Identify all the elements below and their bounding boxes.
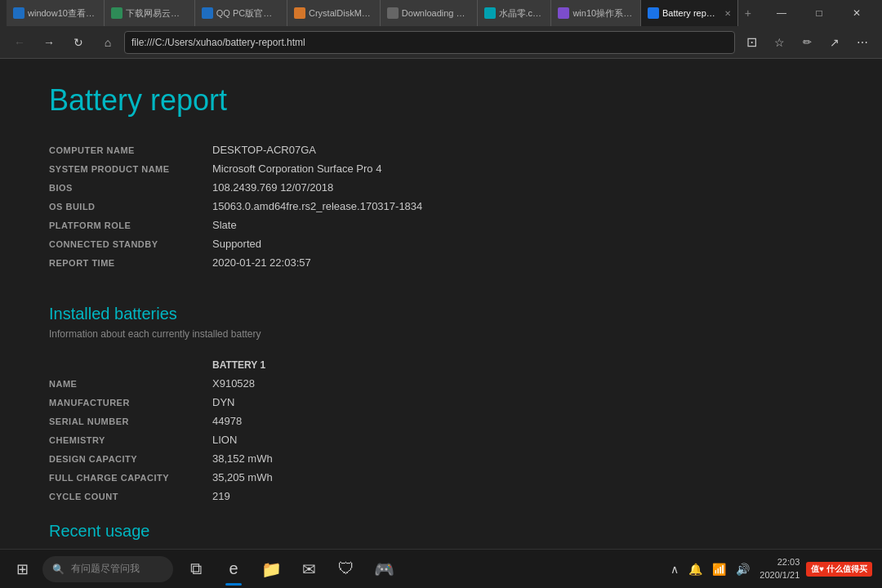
forward-button[interactable]: → (36, 29, 62, 56)
taskbar-item-task-view[interactable]: ⧉ (178, 551, 214, 587)
taskbar-item-edge[interactable]: e (216, 551, 252, 587)
taskbar-clock[interactable]: 22:03 2020/1/21 (760, 556, 800, 581)
tab-tab-8[interactable]: Battery repo...✕ (641, 0, 738, 26)
tab-tab-7[interactable]: win10操作系统: (551, 0, 641, 26)
info-label: SYSTEM PRODUCT NAME (49, 164, 212, 174)
tab-label: win10操作系统: (572, 7, 634, 20)
clock-date: 2020/1/21 (760, 569, 800, 581)
tray-volume[interactable]: 🔊 (733, 561, 753, 577)
address-bar[interactable]: file:///C:/Users/xuhao/battery-report.ht… (124, 31, 735, 54)
battery-row-label: MANUFACTURER (49, 398, 212, 408)
system-tray: ∧ 🔔 📶 🔊 (667, 561, 753, 577)
battery-row-value: 44978 (212, 415, 242, 427)
maximize-button[interactable]: □ (800, 0, 838, 26)
taskbar-item-app6[interactable]: 🎮 (366, 551, 402, 587)
info-label: BIOS (49, 183, 212, 193)
tab-label: Downloading Fi... (402, 8, 470, 18)
notes-button[interactable]: ✏ (794, 29, 820, 56)
title-bar: window10查看手...下载网易云音乐QQ PC版官方网CrystalDis… (0, 0, 882, 26)
tab-favicon (648, 7, 659, 19)
battery-row-label: NAME (49, 379, 212, 389)
tray-network[interactable]: 📶 (709, 561, 729, 577)
tab-favicon (387, 7, 399, 19)
info-row: BIOS108.2439.769 12/07/2018 (49, 178, 833, 197)
info-row: REPORT TIME2020-01-21 22:03:57 (49, 253, 833, 272)
battery-row-value: LION (212, 434, 237, 446)
tab-favicon (558, 7, 569, 19)
tab-favicon (111, 7, 122, 19)
minimize-button[interactable]: — (763, 0, 800, 26)
system-info-table: COMPUTER NAMEDESKTOP-ACR07GASYSTEM PRODU… (49, 140, 833, 272)
nav-actions: ⊡ ☆ ✏ ↗ ⋯ (738, 29, 875, 56)
new-tab-button[interactable]: + (738, 0, 758, 26)
battery-row-label: CYCLE COUNT (49, 492, 212, 501)
taskbar-items: ⧉e📁✉🛡🎮 (178, 551, 402, 587)
info-value: DESKTOP-ACR07GA (212, 144, 316, 156)
info-row: CONNECTED STANDBYSupported (49, 234, 833, 253)
window-controls: — □ ✕ (763, 0, 875, 26)
battery-row-label: SERIAL NUMBER (49, 416, 212, 426)
nav-bar: ← → ↻ ⌂ file:///C:/Users/xuhao/battery-r… (0, 26, 882, 59)
battery-row: SERIAL NUMBER44978 (49, 412, 833, 430)
active-indicator (225, 583, 242, 586)
tab-tab-4[interactable]: CrystalDiskMark (287, 0, 381, 26)
battery-table: BATTERY 1NAMEX910528MANUFACTURERDYNSERIA… (49, 356, 833, 506)
clock-time: 22:03 (760, 556, 800, 568)
share-button[interactable]: ↗ (822, 29, 848, 56)
info-row: PLATFORM ROLESlate (49, 216, 833, 234)
battery-row-value: 219 (212, 490, 230, 502)
taskbar-brand[interactable]: 值♥ 什么值得买 (806, 562, 872, 577)
battery-row-label: FULL CHARGE CAPACITY (49, 473, 212, 483)
tab-tab-5[interactable]: Downloading Fi... (381, 0, 478, 26)
info-value: 108.2439.769 12/07/2018 (212, 181, 333, 194)
home-button[interactable]: ⌂ (95, 29, 121, 56)
tab-favicon (294, 7, 305, 19)
battery-row-label: CHEMISTRY (49, 435, 212, 445)
content-area: Battery report COMPUTER NAMEDESKTOP-ACR0… (0, 59, 882, 549)
tab-tab-1[interactable]: window10查看手... (7, 0, 105, 26)
tab-label: QQ PC版官方网 (216, 7, 280, 20)
info-label: COMPUTER NAME (49, 145, 212, 155)
tab-favicon (13, 7, 24, 19)
tray-chevron[interactable]: ∧ (667, 561, 682, 577)
battery-row: CYCLE COUNT219 (49, 487, 833, 506)
info-label: REPORT TIME (49, 258, 212, 268)
back-button[interactable]: ← (7, 29, 33, 56)
read-view-button[interactable]: ⊡ (738, 29, 764, 56)
battery-row: MANUFACTURERDYN (49, 393, 833, 412)
info-value: Supported (212, 238, 261, 250)
tab-favicon (202, 7, 213, 19)
battery-column-header: BATTERY 1 (212, 359, 265, 371)
search-bar[interactable]: 🔍 有问题尽管问我 (42, 556, 173, 582)
more-button[interactable]: ⋯ (849, 29, 875, 56)
start-button[interactable]: ⊞ (3, 550, 41, 589)
info-row: COMPUTER NAMEDESKTOP-ACR07GA (49, 140, 833, 159)
search-placeholder: 有问题尽管问我 (71, 562, 140, 576)
info-value: 15063.0.amd64fre.rs2_release.170317-1834 (212, 200, 422, 212)
tab-favicon (484, 7, 496, 19)
recent-usage-section: Recent usage (49, 522, 833, 541)
recent-usage-title: Recent usage (49, 522, 833, 541)
battery-header-row: BATTERY 1 (49, 356, 833, 374)
tab-tab-2[interactable]: 下载网易云音乐 (105, 0, 195, 26)
info-label: PLATFORM ROLE (49, 220, 212, 230)
battery-row: CHEMISTRYLION (49, 430, 833, 449)
close-button[interactable]: ✕ (838, 0, 875, 26)
tab-close-button[interactable]: ✕ (724, 9, 731, 18)
tab-tab-6[interactable]: 水晶零.com (478, 0, 552, 26)
taskbar: ⊞ 🔍 有问题尽管问我 ⧉e📁✉🛡🎮 ∧ 🔔 📶 🔊 22:03 2020/1/… (0, 549, 882, 588)
tray-notification[interactable]: 🔔 (685, 561, 706, 577)
refresh-button[interactable]: ↻ (65, 29, 91, 56)
favorite-button[interactable]: ☆ (766, 29, 792, 56)
info-label: OS BUILD (49, 202, 212, 212)
info-value: Microsoft Corporation Surface Pro 4 (212, 163, 381, 175)
taskbar-item-mail[interactable]: ✉ (291, 551, 327, 587)
address-text: file:///C:/Users/xuhao/battery-report.ht… (131, 37, 305, 48)
taskbar-item-explorer[interactable]: 📁 (253, 551, 289, 587)
battery-row-value: 38,152 mWh (212, 452, 273, 465)
taskbar-item-mcafe[interactable]: 🛡 (328, 551, 364, 587)
tab-tab-3[interactable]: QQ PC版官方网 (195, 0, 287, 26)
taskbar-right: ∧ 🔔 📶 🔊 22:03 2020/1/21 值♥ 什么值得买 (667, 556, 879, 581)
tab-label: window10查看手... (28, 7, 97, 20)
battery-row: NAMEX910528 (49, 374, 833, 393)
